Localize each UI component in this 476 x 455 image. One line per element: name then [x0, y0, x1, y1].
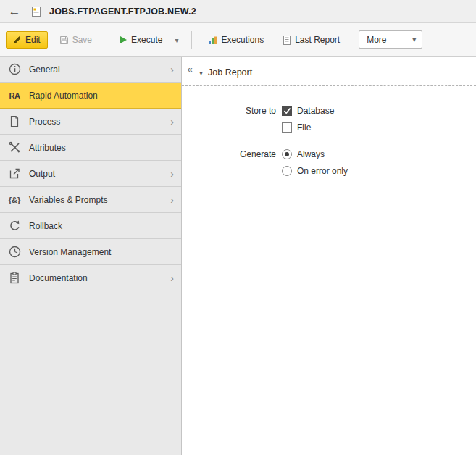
save-button-label: Save — [72, 35, 92, 45]
play-icon — [120, 36, 128, 44]
execute-dropdown-chevron[interactable]: ▾ — [170, 34, 183, 46]
sidebar: General › RA Rapid Automation Process › — [0, 57, 182, 455]
chevron-right-icon: › — [170, 168, 175, 180]
report-icon — [283, 36, 291, 45]
sidebar-item-label: Variables & Prompts — [29, 195, 163, 205]
chevron-right-icon: › — [170, 64, 175, 75]
sidebar-item-label: Attributes — [29, 143, 175, 153]
edit-button[interactable]: Edit — [6, 31, 48, 49]
sidebar-item-label: Documentation — [29, 273, 163, 283]
sidebar-item-output[interactable]: Output › — [0, 161, 181, 187]
more-dropdown[interactable]: More ▾ — [359, 30, 422, 49]
last-report-button-label: Last Report — [295, 35, 340, 45]
pencil-icon — [13, 36, 22, 44]
toolbar-separator — [191, 31, 192, 49]
always-radio[interactable] — [282, 149, 292, 159]
sidebar-item-variables-prompts[interactable]: {&} Variables & Prompts › — [0, 187, 181, 213]
file-checkbox[interactable] — [282, 122, 292, 133]
on-error-only-radio-label: On error only — [297, 166, 348, 176]
store-to-label: Store to — [182, 106, 282, 116]
job-object-icon — [29, 4, 43, 19]
sidebar-item-label: Rollback — [29, 221, 175, 231]
executions-button[interactable]: Executions — [201, 31, 271, 49]
output-icon — [7, 167, 22, 181]
database-checkbox[interactable] — [282, 106, 292, 116]
sidebar-item-label: Output — [29, 169, 163, 179]
last-report-button[interactable]: Last Report — [275, 31, 347, 49]
execute-button[interactable]: Execute — [112, 31, 170, 49]
process-icon — [7, 114, 22, 129]
file-checkbox-label: File — [297, 122, 311, 133]
sidebar-item-label: Version Management — [29, 247, 175, 257]
chevron-right-icon: › — [170, 272, 175, 284]
clock-icon — [7, 245, 22, 259]
job-report-form: Store to Database File — [182, 106, 476, 176]
collapse-sidebar-button[interactable]: « — [184, 62, 196, 75]
on-error-only-radio[interactable] — [282, 166, 292, 176]
ra-badge-icon: RA — [7, 88, 22, 103]
clipboard-icon — [7, 271, 22, 285]
chevron-right-icon: › — [170, 194, 175, 206]
chevron-down-icon: ▾ — [406, 31, 422, 48]
database-checkbox-label: Database — [297, 106, 334, 116]
job-report-section-header: ▾ Job Report — [182, 57, 476, 78]
sidebar-item-label: Rapid Automation — [29, 91, 175, 101]
toolbar: Edit Save Execute ▾ — [0, 23, 476, 57]
execute-split-button: Execute ▾ — [112, 31, 183, 49]
sidebar-item-rapid-automation[interactable]: RA Rapid Automation — [0, 83, 181, 109]
sidebar-item-documentation[interactable]: Documentation › — [0, 265, 181, 291]
variables-icon: {&} — [7, 193, 22, 207]
section-collapse-icon[interactable]: ▾ — [199, 69, 203, 77]
sidebar-item-attributes[interactable]: Attributes — [0, 135, 181, 161]
rollback-icon — [7, 219, 22, 233]
sidebar-item-version-management[interactable]: Version Management — [0, 239, 181, 265]
sidebar-item-rollback[interactable]: Rollback — [0, 213, 181, 239]
save-button[interactable]: Save — [52, 31, 99, 49]
chevron-right-icon: › — [170, 116, 175, 128]
execute-button-label: Execute — [131, 35, 162, 45]
sidebar-item-label: Process — [29, 117, 163, 127]
floppy-icon — [59, 36, 69, 45]
edit-button-label: Edit — [25, 35, 41, 45]
info-icon — [7, 62, 22, 77]
back-button[interactable]: ← — [6, 3, 23, 20]
page-title: JOBS.FTPAGENT.FTPJOB.NEW.2 — [49, 7, 196, 17]
more-dropdown-label: More — [367, 35, 386, 45]
sidebar-item-label: General — [29, 64, 163, 75]
section-title: Job Report — [208, 67, 252, 78]
always-radio-label: Always — [297, 149, 325, 159]
generate-label: Generate — [182, 149, 282, 159]
titlebar: ← JOBS.FTPAGENT.FTPJOB.NEW.2 — [0, 0, 476, 23]
bar-chart-icon — [208, 36, 217, 45]
main-panel: « ▾ Job Report Store to Database — [182, 57, 476, 455]
section-divider — [182, 85, 476, 86]
sidebar-item-process[interactable]: Process › — [0, 109, 181, 135]
executions-button-label: Executions — [221, 35, 264, 45]
tools-icon — [7, 141, 22, 155]
sidebar-item-general[interactable]: General › — [0, 57, 181, 83]
